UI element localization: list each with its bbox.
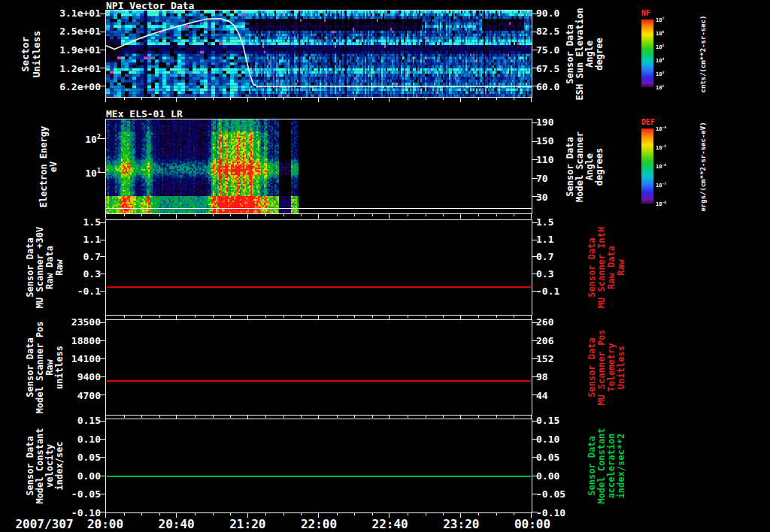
y-tick-label: 206 bbox=[536, 335, 553, 346]
scanner-pos-plot-area[interactable] bbox=[105, 319, 532, 416]
x-minor-tick-mark bbox=[496, 213, 497, 216]
y-tick-mark bbox=[100, 340, 105, 341]
nf-colorbar-gradient bbox=[641, 20, 653, 87]
panel-model-constant-velocity: Sensor Data Model Constant velocity inde… bbox=[0, 419, 770, 513]
x-minor-tick-mark bbox=[265, 97, 266, 100]
y-tick-label: 0.10 bbox=[77, 434, 101, 445]
colorbar-tick-label: 103 bbox=[656, 71, 664, 77]
y-tick-label: 0.05 bbox=[536, 452, 559, 463]
panel-model-scanner-pos: Sensor Data Model Scanner Pos Raw unitle… bbox=[0, 319, 770, 416]
def-colorbar-unit: ergs/(cm**2-sr-sec-eV) bbox=[694, 119, 712, 214]
time-tick-label: 21:20 bbox=[223, 517, 271, 531]
y-tick-label: 0.15 bbox=[536, 415, 559, 426]
x-tick-mark bbox=[389, 97, 390, 102]
x-minor-tick-mark bbox=[124, 415, 125, 418]
x-minor-tick-mark bbox=[213, 97, 214, 100]
x-minor-tick-mark bbox=[408, 415, 408, 418]
els-panel-title: MEx ELS-01 LR bbox=[106, 108, 183, 119]
colorbar-tick-label: 10-8 bbox=[656, 201, 666, 207]
scanner-pos-right-ticks: 2602061529844 bbox=[534, 319, 593, 416]
nf-colorbar-title: NF bbox=[641, 9, 650, 17]
mu-scanner-left-ticks: 1.51.10.70.3-0.1 bbox=[0, 219, 103, 316]
x-minor-tick-mark bbox=[141, 213, 142, 216]
x-tick-mark bbox=[318, 213, 319, 219]
x-tick-mark bbox=[531, 213, 532, 219]
colorbar-tick-label: 10-5 bbox=[656, 144, 666, 151]
y-tick-mark bbox=[100, 494, 105, 494]
y-tick-label: 60.0 bbox=[536, 81, 559, 92]
x-minor-tick-mark bbox=[443, 213, 444, 216]
y-tick-label: 30 bbox=[536, 192, 548, 203]
x-minor-tick-mark bbox=[514, 415, 514, 418]
x-minor-tick-mark bbox=[195, 213, 196, 216]
x-minor-tick-mark bbox=[337, 315, 338, 318]
colorbar-tick-label: 10-6 bbox=[656, 163, 666, 170]
y-tick-label: 14100 bbox=[71, 353, 101, 364]
panel-npi-vector-data: Sector Unitless 3.1e+012.5e+011.9e+011.2… bbox=[0, 10, 770, 98]
x-minor-tick-mark bbox=[372, 415, 373, 418]
colorbar-tick-label: 10-7 bbox=[656, 182, 666, 189]
y-tick-mark bbox=[100, 322, 105, 323]
y-tick-label: -0.05 bbox=[536, 488, 565, 500]
x-minor-tick-mark bbox=[159, 315, 160, 318]
x-minor-tick-mark bbox=[337, 213, 338, 216]
x-minor-tick-mark bbox=[496, 415, 497, 418]
y-tick-mark bbox=[100, 256, 105, 257]
x-tick-mark bbox=[460, 213, 461, 219]
x-minor-tick-mark bbox=[301, 97, 302, 100]
x-minor-tick-mark bbox=[426, 315, 426, 318]
x-minor-tick-mark bbox=[213, 415, 214, 418]
mu-scanner-plot-area[interactable] bbox=[105, 219, 532, 316]
y-tick-mark bbox=[100, 457, 105, 458]
time-axis: 2007/307 20:0020:4021:2022:0022:4023:200… bbox=[0, 515, 770, 532]
model-constant-left-ticks: 0.150.100.050.00-0.05-0.10 bbox=[0, 419, 103, 513]
x-minor-tick-mark bbox=[124, 97, 125, 100]
els-right-ticks: 1901501107030 bbox=[534, 119, 593, 214]
y-tick-mark bbox=[100, 439, 105, 440]
y-tick-label: 1.9e+01 bbox=[59, 44, 101, 56]
y-tick-mark bbox=[100, 274, 105, 274]
panel-els-spectrogram: Electron Energy eV 102101 1901501107030 … bbox=[0, 119, 770, 214]
y-tick-label: 152 bbox=[536, 353, 553, 364]
y-tick-label: 260 bbox=[536, 316, 553, 328]
y-tick-label: 1.1 bbox=[536, 234, 553, 245]
x-minor-tick-mark bbox=[141, 415, 142, 418]
y-tick-label: 0.10 bbox=[536, 434, 559, 445]
y-tick-mark bbox=[100, 376, 105, 377]
x-minor-tick-mark bbox=[265, 415, 266, 418]
y-tick-label: 4700 bbox=[77, 390, 101, 401]
y-tick-label: 70 bbox=[536, 173, 548, 184]
x-minor-tick-mark bbox=[124, 213, 125, 216]
x-minor-tick-mark bbox=[478, 213, 479, 216]
x-tick-mark bbox=[105, 97, 106, 102]
colorbar-tick-label: 104 bbox=[656, 57, 664, 64]
nf-colorbar-ticks: 107106105104103102 bbox=[655, 20, 681, 87]
model-constant-plot-area[interactable] bbox=[105, 419, 532, 513]
els-plot-area[interactable] bbox=[105, 119, 532, 214]
def-colorbar-ticks: 10-410-510-610-710-8 bbox=[655, 128, 681, 204]
x-minor-tick-mark bbox=[283, 213, 284, 216]
x-minor-tick-mark bbox=[372, 97, 373, 100]
x-minor-tick-mark bbox=[443, 315, 444, 318]
y-tick-label: -0.1 bbox=[77, 286, 101, 297]
x-minor-tick-mark bbox=[265, 315, 266, 318]
colorbar-tick-label: 106 bbox=[656, 30, 664, 37]
y-tick-label: 67.5 bbox=[536, 63, 559, 74]
x-minor-tick-mark bbox=[372, 213, 373, 216]
y-tick-label: 0.3 bbox=[83, 268, 101, 280]
scanner-pos-left-ticks: 23500188001410094004700 bbox=[0, 319, 103, 416]
npi-plot-area[interactable] bbox=[105, 10, 532, 98]
x-minor-tick-mark bbox=[372, 315, 373, 318]
x-minor-tick-mark bbox=[283, 415, 284, 418]
y-tick-mark bbox=[100, 32, 105, 32]
x-minor-tick-mark bbox=[159, 97, 160, 100]
x-minor-tick-mark bbox=[443, 415, 444, 418]
y-tick-mark bbox=[100, 421, 105, 422]
x-minor-tick-mark bbox=[159, 213, 160, 216]
time-tick-label: 23:20 bbox=[437, 517, 485, 531]
y-tick-label: -0.05 bbox=[71, 488, 101, 500]
nf-colorbar: NF 107106105104103102 cnts/(cm**2-sr-sec… bbox=[640, 10, 739, 98]
x-minor-tick-mark bbox=[230, 315, 231, 318]
els-spectrogram-canvas bbox=[106, 119, 532, 213]
y-tick-label: 0.7 bbox=[83, 251, 101, 262]
